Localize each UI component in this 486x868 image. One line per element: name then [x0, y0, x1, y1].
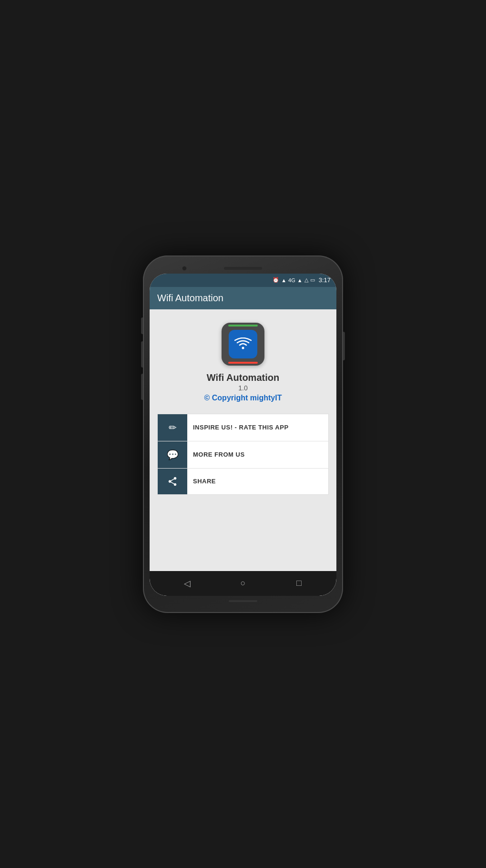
- signal-strength-icon: ▲: [297, 277, 303, 283]
- rate-label-cell: INSPIRE US! - RATE THIS APP: [187, 414, 328, 441]
- phone-screen: ⏰ ▲ 4G ▲ △ ▭ 3:17 Wifi Automation: [150, 274, 336, 596]
- network-4g-icon: 4G: [288, 277, 295, 283]
- more-icon-cell: 💬: [158, 441, 187, 468]
- app-name-label: Wifi Automation: [207, 372, 279, 383]
- app-icon: [222, 323, 264, 366]
- bottom-navigation: ◁ ○ □: [150, 571, 336, 596]
- alarm-icon: ⏰: [273, 277, 279, 283]
- share-label: SHARE: [193, 478, 216, 485]
- app-copyright-label: © Copyright mightyIT: [204, 394, 282, 402]
- wifi-icon-svg: [234, 337, 252, 351]
- earpiece-speaker: [224, 267, 262, 270]
- app-toolbar: Wifi Automation: [150, 287, 336, 309]
- share-icon-cell: [158, 469, 187, 494]
- share-icon: [167, 476, 178, 487]
- app-toolbar-title: Wifi Automation: [157, 293, 223, 304]
- more-from-us-label: MORE FROM US: [193, 451, 245, 458]
- more-label-cell: MORE FROM US: [187, 441, 328, 468]
- home-button[interactable]: ○: [233, 574, 253, 593]
- rate-app-row[interactable]: ✏ INSPIRE US! - RATE THIS APP: [158, 414, 328, 441]
- status-time: 3:17: [319, 276, 331, 284]
- icon-bottom-bar: [228, 362, 258, 364]
- icon-top-bar: [228, 325, 258, 327]
- front-camera: [182, 266, 187, 271]
- rate-icon: ✏: [169, 422, 177, 433]
- status-bar: ⏰ ▲ 4G ▲ △ ▭ 3:17: [150, 274, 336, 287]
- more-from-us-row[interactable]: 💬 MORE FROM US: [158, 441, 328, 469]
- phone-bottom-area: [150, 598, 336, 604]
- bottom-indicator: [229, 600, 257, 602]
- volume-up-button[interactable]: [141, 317, 143, 334]
- share-row[interactable]: SHARE: [158, 469, 328, 494]
- main-content: Wifi Automation 1.0 © Copyright mightyIT…: [150, 309, 336, 571]
- status-icons: ⏰ ▲ 4G ▲ △ ▭ 3:17: [273, 276, 331, 284]
- back-button[interactable]: ◁: [178, 574, 197, 593]
- share-label-cell: SHARE: [187, 469, 328, 494]
- rate-app-label: INSPIRE US! - RATE THIS APP: [193, 424, 289, 431]
- wifi-status-icon: ▲: [281, 277, 286, 283]
- signal-bar-icon: △: [304, 277, 308, 283]
- volume-down-button[interactable]: [141, 341, 143, 368]
- mute-button[interactable]: [141, 374, 143, 400]
- wifi-icon-background: [229, 330, 257, 358]
- app-version-label: 1.0: [238, 384, 247, 392]
- more-icon: 💬: [167, 449, 179, 460]
- battery-icon: ▭: [310, 277, 315, 283]
- actions-list: ✏ INSPIRE US! - RATE THIS APP 💬 MORE FRO…: [157, 414, 329, 495]
- rate-icon-cell: ✏: [158, 414, 187, 441]
- phone-top-area: [150, 264, 336, 273]
- phone-device: ⏰ ▲ 4G ▲ △ ▭ 3:17 Wifi Automation: [143, 255, 343, 613]
- svg-point-0: [242, 347, 244, 349]
- recents-button[interactable]: □: [289, 574, 308, 593]
